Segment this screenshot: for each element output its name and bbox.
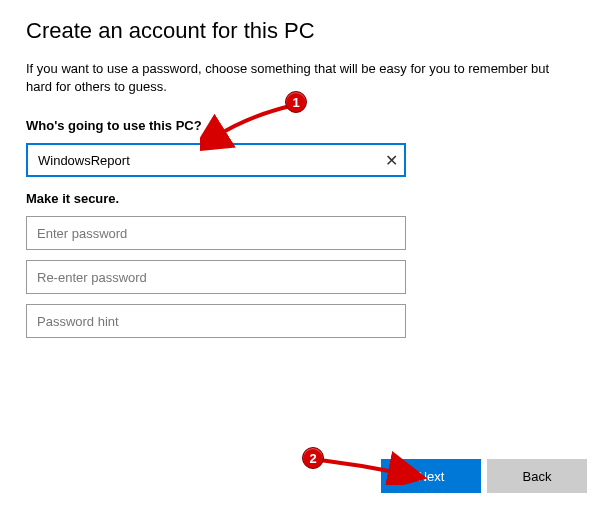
page-title: Create an account for this PC <box>26 18 587 44</box>
page-subtitle: If you want to use a password, choose so… <box>26 60 566 96</box>
password-section-label: Make it secure. <box>26 191 587 206</box>
password-input[interactable] <box>26 216 406 250</box>
button-row: Next Back <box>381 459 587 493</box>
username-input[interactable] <box>26 143 406 177</box>
username-input-wrap: ✕ <box>26 143 406 177</box>
reenter-password-input[interactable] <box>26 260 406 294</box>
annotation-badge-2: 2 <box>302 447 324 469</box>
back-button[interactable]: Back <box>487 459 587 493</box>
clear-icon[interactable]: ✕ <box>385 151 398 170</box>
username-label: Who's going to use this PC? <box>26 118 587 133</box>
next-button[interactable]: Next <box>381 459 481 493</box>
password-hint-input[interactable] <box>26 304 406 338</box>
